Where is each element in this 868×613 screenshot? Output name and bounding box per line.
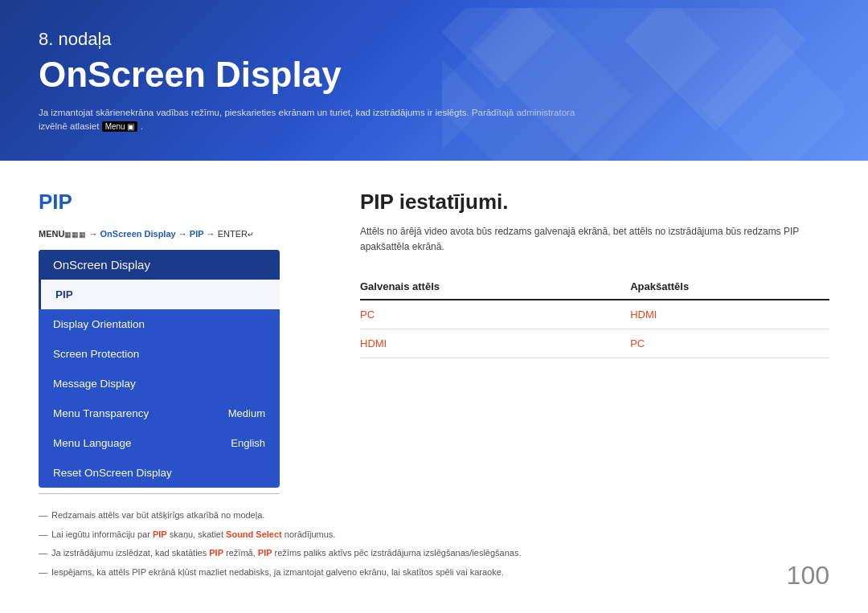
right-column: PIP iestatījumi. Attēls no ārējā video a…: [360, 190, 829, 488]
col2-header: Apakšattēls: [630, 274, 829, 300]
menu-item-display-orientation-label: Display Orientation: [53, 318, 145, 330]
note-2-pip: PIP: [153, 529, 167, 539]
pip-table: Galvenais attēls Apakšattēls PC HDMI HDM…: [360, 274, 829, 358]
menu-item-screen-protection-label: Screen Protection: [53, 348, 139, 360]
osd-menu: OnScreen Display PIP Display Orientation…: [39, 250, 280, 488]
menu-item-message-display-label: Message Display: [53, 378, 136, 390]
table-header-row: Galvenais attēls Apakšattēls: [360, 274, 829, 300]
note-2-sound-select: Sound Select: [226, 529, 282, 539]
menu-item-menu-transparency-value: Medium: [228, 407, 265, 419]
table-row: HDMI PC: [360, 329, 829, 358]
menu-item-screen-protection[interactable]: Screen Protection: [39, 339, 280, 369]
note-1: Redzamais attēls var būt atšķirīgs atkar…: [39, 509, 829, 522]
menu-item-menu-language-label: Menu Language: [53, 437, 132, 449]
table-row: PC HDMI: [360, 300, 829, 329]
row1-col2: HDMI: [630, 300, 829, 329]
menu-item-menu-language-value: English: [231, 437, 265, 449]
menu-item-menu-transparency[interactable]: Menu Transparency Medium: [39, 398, 280, 428]
path-onscreen: OnScreen Display: [100, 229, 176, 239]
note-3: Ja izstrādājumu izslēdzat, kad skatāties…: [39, 546, 829, 560]
row2-col1: HDMI: [360, 329, 630, 358]
note-3-pip1: PIP: [209, 548, 223, 558]
menu-item-pip[interactable]: PIP: [39, 280, 280, 309]
menu-item-message-display[interactable]: Message Display: [39, 369, 280, 398]
menu-item-menu-transparency-label: Menu Transparency: [53, 407, 149, 419]
page-number: 100: [787, 561, 829, 591]
left-section-title: PIP: [39, 190, 312, 215]
left-column: PIP MENU▦▦▦ → OnScreen Display → PIP → E…: [39, 190, 312, 488]
note-3-pip2: PIP: [258, 548, 272, 558]
menu-item-pip-label: PIP: [55, 288, 73, 300]
path-pip: PIP: [190, 229, 204, 239]
header-banner: 8. nodaļa OnScreen Display Ja izmantojat…: [0, 0, 868, 161]
note-4: Iespējams, ka attēls PIP ekrānā kļūst ma…: [39, 566, 829, 579]
pip-description: Attēls no ārējā video avota būs redzams …: [360, 224, 829, 255]
menu-path: MENU▦▦▦ → OnScreen Display → PIP → ENTER…: [39, 229, 312, 239]
col1-header: Galvenais attēls: [360, 274, 630, 300]
note-2: Lai iegūtu informāciju par PIP skaņu, sk…: [39, 528, 829, 541]
main-content: PIP MENU▦▦▦ → OnScreen Display → PIP → E…: [0, 161, 868, 517]
row2-col2: PC: [630, 329, 829, 358]
divider: [39, 493, 280, 494]
osd-menu-header: OnScreen Display: [39, 250, 280, 280]
menu-item-display-orientation[interactable]: Display Orientation: [39, 309, 280, 339]
menu-item-menu-language[interactable]: Menu Language English: [39, 428, 280, 458]
decorative-diamonds: [442, 8, 844, 161]
row1-col1: PC: [360, 300, 630, 329]
pip-section-title: PIP iestatījumi.: [360, 190, 829, 215]
menu-badge: Menu ▣: [102, 121, 138, 132]
notes-section: Redzamais attēls var būt atšķirīgs atkar…: [39, 477, 829, 584]
